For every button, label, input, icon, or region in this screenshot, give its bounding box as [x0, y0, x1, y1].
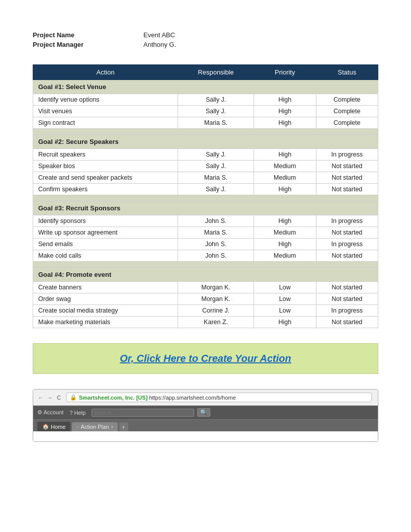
cell-responsible: Sally J.	[178, 184, 254, 195]
cell-responsible: Sally J.	[178, 94, 254, 106]
back-button[interactable]: ←	[37, 394, 44, 401]
table-row: Confirm speakersSally J.HighNot started	[33, 184, 378, 195]
browser-url: https://app.smartsheet.com/b/home	[147, 395, 235, 401]
cell-status: Not started	[316, 282, 378, 293]
goal-row: Goal #3: Recruit Sponsors	[33, 201, 378, 215]
action-plan-table: Action Responsible Priority Status Goal …	[33, 64, 378, 328]
cell-status: Complete	[316, 117, 378, 129]
cell-action: Create social media strategy	[33, 305, 178, 317]
table-row: Identify venue optionsSally J.HighComple…	[33, 94, 378, 106]
cell-responsible: John S.	[178, 250, 254, 262]
browser-toolbar: ← → C 🔒 Smartsheet.com, Inc. [US] https:…	[33, 390, 378, 406]
spacer-row	[33, 262, 378, 268]
cell-status: Not started	[316, 317, 378, 328]
spacer-row	[33, 129, 378, 135]
table-row: Create social media strategyCorrine J.Lo…	[33, 305, 378, 317]
cell-responsible: Maria S.	[178, 172, 254, 184]
new-tab-button[interactable]: +	[119, 422, 128, 431]
cell-action: Create and send speaker packets	[33, 172, 178, 184]
table-row: Speaker biosSally J.MediumNot started	[33, 161, 378, 172]
cell-status: Not started	[316, 250, 378, 262]
table-row: Make cold callsJohn S.MediumNot started	[33, 250, 378, 262]
refresh-button[interactable]: C	[55, 394, 62, 401]
cell-status: Not started	[316, 161, 378, 172]
cell-responsible: Sally J.	[178, 149, 254, 161]
cell-priority: High	[254, 106, 316, 117]
project-manager-value: Anthony G.	[143, 40, 176, 49]
table-row: Write up sponsor agreementMaria S.Medium…	[33, 227, 378, 239]
table-row: Send emailsJohn S.HighIn progress	[33, 239, 378, 250]
browser-mockup: ← → C 🔒 Smartsheet.com, Inc. [US] https:…	[33, 389, 378, 442]
address-bar[interactable]: 🔒 Smartsheet.com, Inc. [US] https://app.…	[66, 393, 372, 402]
forward-button[interactable]: →	[46, 394, 53, 401]
secure-icon: 🔒	[70, 394, 77, 401]
cell-responsible: Maria S.	[178, 117, 254, 129]
cell-status: Not started	[316, 293, 378, 305]
cell-priority: Medium	[254, 250, 316, 262]
cell-status: Not started	[316, 184, 378, 195]
cell-priority: Low	[254, 305, 316, 317]
tab-minus-icon[interactable]: −	[76, 424, 78, 429]
cell-priority: High	[254, 317, 316, 328]
table-row: Visit venuesSally J.HighComplete	[33, 106, 378, 117]
project-info: Project Name Event ABC Project Manager A…	[33, 30, 378, 49]
cell-action: Make cold calls	[33, 250, 178, 262]
cell-status: Complete	[316, 94, 378, 106]
project-name-label: Project Name	[33, 30, 143, 40]
tab-close-icon[interactable]: ×	[111, 424, 113, 429]
header-priority: Priority	[254, 65, 316, 80]
goal-row: Goal #2: Secure Speakers	[33, 135, 378, 149]
header-responsible: Responsible	[178, 65, 254, 80]
help-nav[interactable]: ? Help	[69, 410, 86, 416]
search-button[interactable]: 🔍	[197, 408, 210, 417]
cell-responsible: John S.	[178, 239, 254, 250]
project-name-value: Event ABC	[143, 30, 176, 40]
cell-status: Not started	[316, 172, 378, 184]
cell-action: Write up sponsor agreement	[33, 227, 178, 239]
goal-title: Goal #1: Select Venue	[33, 80, 378, 94]
nav-search-input[interactable]	[92, 409, 194, 417]
header-status: Status	[316, 65, 378, 80]
action-plan-tab[interactable]: − Action Plan ×	[72, 422, 117, 431]
cell-priority: Medium	[254, 172, 316, 184]
cell-priority: High	[254, 117, 316, 129]
cell-status: In progress	[316, 215, 378, 227]
home-tab-label: Home	[51, 424, 65, 430]
cell-status: In progress	[316, 239, 378, 250]
cell-responsible: Karen Z.	[178, 317, 254, 328]
cell-status: In progress	[316, 149, 378, 161]
cell-priority: High	[254, 149, 316, 161]
cell-responsible: Corrine J.	[178, 305, 254, 317]
nav-bar: ⚙ Account ? Help 🔍	[33, 406, 378, 419]
cell-priority: High	[254, 184, 316, 195]
goal-row: Goal #4: Promote event	[33, 268, 378, 282]
cell-priority: Medium	[254, 161, 316, 172]
cell-action: Confirm speakers	[33, 184, 178, 195]
cell-responsible: John S.	[178, 215, 254, 227]
browser-content	[33, 431, 378, 441]
cta-section[interactable]: Or, Click Here to Create Your Action	[33, 343, 378, 374]
cell-action: Identify venue options	[33, 94, 178, 106]
header-action: Action	[33, 65, 178, 80]
goal-title: Goal #4: Promote event	[33, 268, 378, 282]
spacer-row	[33, 195, 378, 201]
cell-responsible: Sally J.	[178, 161, 254, 172]
goal-title: Goal #3: Recruit Sponsors	[33, 201, 378, 215]
account-nav[interactable]: ⚙ Account	[37, 409, 63, 416]
cell-priority: High	[254, 239, 316, 250]
cell-action: Visit venues	[33, 106, 178, 117]
cell-status: Complete	[316, 106, 378, 117]
table-row: Make marketing materialsKaren Z.HighNot …	[33, 317, 378, 328]
table-row: Recruit speakersSally J.HighIn progress	[33, 149, 378, 161]
project-manager-label: Project Manager	[33, 40, 143, 49]
cell-action: Order swag	[33, 293, 178, 305]
cta-link[interactable]: Or, Click Here to Create Your Action	[120, 353, 291, 364]
cell-responsible: Sally J.	[178, 106, 254, 117]
cell-status: Not started	[316, 227, 378, 239]
cell-responsible: Morgan K.	[178, 293, 254, 305]
home-tab[interactable]: 🏠 Home	[37, 422, 70, 431]
table-row: Create and send speaker packetsMaria S.M…	[33, 172, 378, 184]
cell-status: In progress	[316, 305, 378, 317]
cell-action: Recruit speakers	[33, 149, 178, 161]
cell-priority: High	[254, 94, 316, 106]
